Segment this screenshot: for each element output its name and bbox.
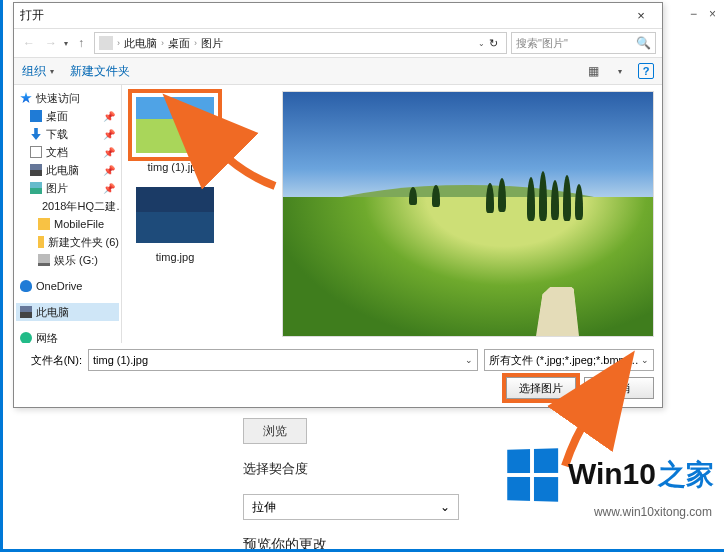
- search-placeholder: 搜索"图片": [516, 36, 568, 51]
- new-folder-button[interactable]: 新建文件夹: [70, 63, 130, 80]
- pin-icon: 📌: [103, 111, 119, 122]
- tree-item[interactable]: 新建文件夹 (6): [16, 233, 119, 251]
- open-button[interactable]: 选择图片: [506, 377, 576, 399]
- tree-item[interactable]: MobileFile: [16, 215, 119, 233]
- folder-tree[interactable]: 快速访问桌面📌下载📌文档📌此电脑📌图片📌2018年HQ二建…MobileFile…: [14, 85, 122, 343]
- file-thumbnail[interactable]: timg.jpg: [130, 183, 220, 263]
- tree-item-label: 娱乐 (G:): [54, 253, 98, 268]
- pin-icon: 📌: [103, 183, 119, 194]
- filename-value: timg (1).jpg: [93, 354, 148, 366]
- filetype-value: 所有文件 (*.jpg;*.jpeg;*.bmp;*.…: [489, 353, 641, 368]
- net-icon: [20, 332, 32, 343]
- tree-item[interactable]: 快速访问: [16, 89, 119, 107]
- pin-icon: 📌: [103, 147, 119, 158]
- tree-item-label: 网络: [36, 331, 58, 344]
- doc-icon: [30, 146, 42, 158]
- hdd-icon: [38, 254, 50, 266]
- fold-icon: [38, 236, 44, 248]
- chevron-down-icon: ⌄: [440, 500, 450, 514]
- organize-label: 组织: [22, 63, 46, 80]
- brand-text: Win10: [568, 457, 656, 491]
- filename-input[interactable]: timg (1).jpg ⌄: [88, 349, 478, 371]
- fit-select[interactable]: 拉伸 ⌄: [243, 494, 459, 520]
- windows-icon: [507, 448, 558, 501]
- outer-minimize-button[interactable]: −: [690, 7, 697, 21]
- fit-value: 拉伸: [252, 499, 276, 516]
- preview-heading: 预览你的更改: [243, 536, 503, 552]
- img-icon: [30, 182, 42, 194]
- dialog-close-button[interactable]: ×: [626, 8, 656, 23]
- pin-icon: 📌: [103, 129, 119, 140]
- image-icon: [136, 187, 214, 243]
- outer-close-button[interactable]: ×: [709, 7, 716, 21]
- tree-item-label: 此电脑: [46, 163, 79, 178]
- file-list[interactable]: timg (1).jpgtimg.jpg: [122, 85, 282, 343]
- file-open-dialog: 打开 × ← → ▾ ↑ › 此电脑 › 桌面 › 图片 ⌄ ↻ 搜索"图片" …: [13, 2, 663, 408]
- brand-suffix: 之家: [658, 456, 714, 494]
- pc-icon: [20, 306, 32, 318]
- tree-item-label: 文档: [46, 145, 68, 160]
- tree-item-label: 下载: [46, 127, 68, 142]
- pc-icon: [30, 164, 42, 176]
- filetype-select[interactable]: 所有文件 (*.jpg;*.jpeg;*.bmp;*.… ⌄: [484, 349, 654, 371]
- tree-item-label: MobileFile: [54, 218, 104, 230]
- tree-item[interactable]: 网络: [16, 329, 119, 343]
- cancel-button[interactable]: 取消: [584, 377, 654, 399]
- crumb-desktop[interactable]: 桌面: [168, 36, 190, 51]
- tree-item[interactable]: 2018年HQ二建…: [16, 197, 119, 215]
- tree-item[interactable]: 下载📌: [16, 125, 119, 143]
- image-icon: [136, 97, 214, 153]
- help-button[interactable]: ?: [638, 63, 654, 79]
- tree-item-label: 快速访问: [36, 91, 80, 106]
- breadcrumb[interactable]: › 此电脑 › 桌面 › 图片 ⌄ ↻: [94, 32, 507, 54]
- pc-icon: [99, 36, 113, 50]
- browse-button[interactable]: 浏览: [243, 418, 307, 444]
- tree-item-label: OneDrive: [36, 280, 82, 292]
- crumb-pc[interactable]: 此电脑: [124, 36, 157, 51]
- crumb-dropdown-icon[interactable]: ⌄: [478, 39, 485, 48]
- tree-item-label: 新建文件夹 (6): [48, 235, 120, 250]
- tree-item[interactable]: 娱乐 (G:): [16, 251, 119, 269]
- watermark-logo: Win10之家: [506, 449, 714, 501]
- preview-pane: [282, 85, 662, 343]
- tree-item-label: 图片: [46, 181, 68, 196]
- desktop-icon: [30, 110, 42, 122]
- refresh-icon[interactable]: ↻: [489, 37, 498, 50]
- chevron-down-icon: ⌄: [465, 355, 473, 365]
- fold-icon: [38, 218, 50, 230]
- search-icon: 🔍: [636, 36, 651, 50]
- tree-item-label: 桌面: [46, 109, 68, 124]
- file-name: timg.jpg: [130, 251, 220, 263]
- view-mode-button[interactable]: ▦: [584, 64, 602, 78]
- tree-item-label: 此电脑: [36, 305, 69, 320]
- nav-forward-button[interactable]: →: [42, 34, 60, 52]
- fit-label: 选择契合度: [243, 460, 503, 478]
- star-icon: [20, 92, 32, 104]
- tree-item-label: 2018年HQ二建…: [42, 199, 122, 214]
- crumb-pictures[interactable]: 图片: [201, 36, 223, 51]
- cloud-icon: [20, 280, 32, 292]
- parent-settings-panel: 浏览 选择契合度 拉伸 ⌄ 预览你的更改: [243, 418, 503, 552]
- nav-up-button[interactable]: ↑: [72, 34, 90, 52]
- tree-item[interactable]: 文档📌: [16, 143, 119, 161]
- dl-icon: [30, 128, 42, 140]
- nav-history-dropdown[interactable]: ▾: [64, 39, 68, 48]
- dialog-title: 打开: [20, 7, 626, 24]
- tree-item[interactable]: 桌面📌: [16, 107, 119, 125]
- nav-back-button[interactable]: ←: [20, 34, 38, 52]
- chevron-down-icon: ⌄: [641, 355, 649, 365]
- tree-item[interactable]: 此电脑📌: [16, 161, 119, 179]
- file-name: timg (1).jpg: [130, 161, 220, 173]
- tree-item[interactable]: 图片📌: [16, 179, 119, 197]
- file-thumbnail[interactable]: timg (1).jpg: [130, 93, 220, 173]
- organize-menu[interactable]: 组织 ▾: [22, 63, 54, 80]
- tree-item[interactable]: OneDrive: [16, 277, 119, 295]
- view-dropdown-icon[interactable]: ▾: [618, 67, 622, 76]
- search-input[interactable]: 搜索"图片" 🔍: [511, 32, 656, 54]
- tree-item[interactable]: 此电脑: [16, 303, 119, 321]
- pin-icon: 📌: [103, 165, 119, 176]
- filename-label: 文件名(N):: [22, 353, 82, 368]
- chevron-down-icon: ▾: [50, 67, 54, 76]
- brand-url: www.win10xitong.com: [594, 505, 712, 519]
